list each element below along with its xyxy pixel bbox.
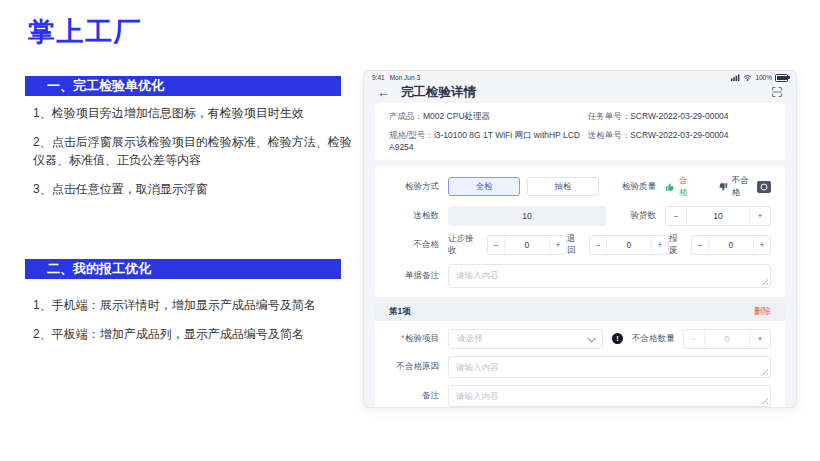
app-content: 产成品：M002 CPU处理器 任务单号：SCRW-2022-03-29-000… bbox=[364, 101, 796, 409]
send-no-value: SCRW-2022-03-29-00004 bbox=[630, 130, 728, 140]
section-1-bullets: 1、检验项目旁边增加信息图标，有检验项目时生效 2、点击后浮窗展示该检验项目的检… bbox=[33, 104, 357, 208]
bullet: 3、点击任意位置，取消显示浮窗 bbox=[33, 180, 357, 199]
minus-button[interactable]: − bbox=[488, 236, 505, 254]
concession-group: 让步接收 − 0 + bbox=[448, 233, 567, 257]
note-field bbox=[448, 385, 771, 407]
sent-qty-input: 10 bbox=[448, 206, 606, 226]
app-header: ← 完工检验详情 bbox=[364, 82, 796, 101]
thumb-up-icon bbox=[665, 182, 675, 192]
order-info-card: 产成品：M002 CPU处理器 任务单号：SCRW-2022-03-29-000… bbox=[375, 103, 785, 160]
tablet-mockup: 9:41 Mon Jun 3 100% ← 完工检验详情 产成品：M002 CP… bbox=[363, 70, 797, 408]
doc-note-label: 单据备注 bbox=[389, 270, 439, 282]
section-2-heading: 二、我的报工优化 bbox=[25, 259, 341, 279]
bullet: 1、检验项目旁边增加信息图标，有检验项目时生效 bbox=[33, 104, 357, 123]
inspected-qty-label: 验货数 bbox=[606, 210, 656, 222]
inspection-form-card: 检验方式 全检 抽检 检验质量 合格 不合格 bbox=[375, 166, 785, 297]
send-no-label: 送检单号： bbox=[588, 130, 631, 140]
chevron-down-icon bbox=[587, 334, 595, 342]
concession-stepper: − 0 + bbox=[487, 235, 567, 255]
minus-button[interactable]: − bbox=[666, 207, 687, 225]
back-icon[interactable]: ← bbox=[377, 86, 390, 99]
minus-button[interactable]: − bbox=[684, 330, 705, 348]
inspection-item-select[interactable]: 请选择 bbox=[448, 329, 603, 349]
item-header-strip: 第1项 删除 bbox=[375, 303, 785, 321]
plus-button[interactable]: + bbox=[749, 207, 770, 225]
status-time: 9:41 bbox=[372, 74, 385, 81]
concession-value[interactable]: 0 bbox=[505, 236, 549, 254]
quality-pass-option[interactable]: 合格 bbox=[665, 175, 696, 199]
scan-icon[interactable] bbox=[771, 86, 783, 98]
select-placeholder: 请选择 bbox=[457, 333, 483, 345]
note-label: 备注 bbox=[389, 390, 439, 402]
thumb-down-icon bbox=[718, 182, 728, 192]
plus-button[interactable]: + bbox=[753, 236, 770, 254]
product-label: 产成品： bbox=[389, 111, 423, 121]
status-date: Mon Jun 3 bbox=[390, 74, 420, 81]
inspection-item-card: 第1项 删除 *检验项目 请选择 不合格数量 − 0 + bbox=[375, 303, 785, 409]
inspected-qty-value[interactable]: 10 bbox=[687, 207, 749, 225]
doc-note-textarea[interactable] bbox=[449, 265, 770, 287]
product-value: M002 CPU处理器 bbox=[423, 111, 490, 121]
task-no-value: SCRW-2022-03-29-00004 bbox=[630, 111, 728, 121]
unqualified-qty-label: 不合格数量 bbox=[632, 333, 675, 345]
section-2-bullets: 1、手机端：展示详情时，增加显示产成品编号及简名 2、平板端：增加产成品列，显示… bbox=[33, 296, 357, 353]
reason-field bbox=[448, 356, 771, 378]
return-stepper: − 0 + bbox=[589, 235, 669, 255]
page-title: 掌上工厂 bbox=[28, 14, 142, 50]
unqualified-qty-stepper: − 0 + bbox=[683, 329, 772, 349]
method-label: 检验方式 bbox=[389, 181, 439, 193]
doc-note-field bbox=[448, 264, 771, 288]
return-group: 退回 − 0 + bbox=[567, 233, 669, 257]
quality-pass-label: 合格 bbox=[679, 175, 696, 199]
info-icon[interactable] bbox=[612, 333, 623, 344]
quality-label: 检验质量 bbox=[606, 181, 656, 193]
method-segment: 全检 抽检 bbox=[448, 177, 606, 196]
concession-label: 让步接收 bbox=[448, 233, 481, 257]
reason-label: 不合格原因 bbox=[389, 361, 439, 373]
spec-label: 规格/型号： bbox=[389, 130, 434, 140]
battery-icon bbox=[775, 74, 788, 82]
battery-percent: 100% bbox=[755, 74, 772, 81]
bullet: 2、点击后浮窗展示该检验项目的检验标准、检验方法、检验仪器、标准值、正负公差等内… bbox=[33, 133, 357, 170]
method-sample-button[interactable]: 抽检 bbox=[527, 177, 599, 196]
inspected-qty-stepper: − 10 + bbox=[665, 206, 771, 226]
scrap-stepper: − 0 + bbox=[691, 235, 771, 255]
bullet: 1、手机端：展示详情时，增加显示产成品编号及简名 bbox=[33, 296, 357, 315]
app-title: 完工检验详情 bbox=[401, 84, 476, 101]
unqualified-label: 不合格 bbox=[389, 239, 439, 251]
delete-item-button[interactable]: 删除 bbox=[754, 306, 771, 318]
status-bar: 9:41 Mon Jun 3 100% bbox=[364, 71, 796, 82]
required-mark: * bbox=[401, 333, 404, 343]
quality-fail-option[interactable]: 不合格 bbox=[718, 175, 757, 199]
quality-fail-label: 不合格 bbox=[732, 175, 757, 199]
plus-button[interactable]: + bbox=[549, 236, 566, 254]
bullet: 2、平板端：增加产成品列，显示产成品编号及简名 bbox=[33, 325, 357, 344]
scrap-label: 报废 bbox=[669, 233, 685, 257]
note-textarea[interactable] bbox=[449, 386, 770, 406]
camera-icon[interactable] bbox=[757, 181, 771, 193]
plus-button[interactable]: + bbox=[651, 236, 668, 254]
item-select-label: *检验项目 bbox=[389, 333, 439, 345]
return-label: 退回 bbox=[567, 233, 583, 257]
method-full-button[interactable]: 全检 bbox=[448, 177, 520, 196]
reason-textarea[interactable] bbox=[449, 357, 770, 377]
sent-qty-label: 送检数 bbox=[389, 210, 439, 222]
wifi-icon bbox=[743, 74, 752, 81]
item-title: 第1项 bbox=[389, 306, 411, 318]
section-1-heading: 一、完工检验单优化 bbox=[25, 76, 341, 96]
scrap-group: 报废 − 0 + bbox=[669, 233, 771, 257]
signal-icon bbox=[731, 74, 740, 81]
plus-button[interactable]: + bbox=[749, 330, 770, 348]
return-value[interactable]: 0 bbox=[607, 236, 651, 254]
scrap-value[interactable]: 0 bbox=[709, 236, 753, 254]
task-no-label: 任务单号： bbox=[588, 111, 631, 121]
minus-button[interactable]: − bbox=[692, 236, 709, 254]
unqualified-qty-value[interactable]: 0 bbox=[705, 330, 750, 348]
minus-button[interactable]: − bbox=[590, 236, 607, 254]
